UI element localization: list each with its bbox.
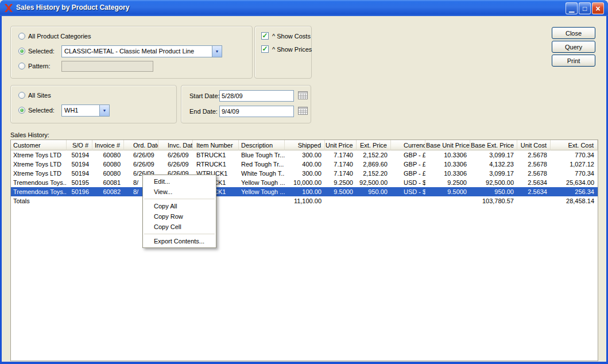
table-cell[interactable]: 10,000.00 <box>285 178 325 187</box>
table-row[interactable]: Xtreme Toys LTD50194600806/26/096/26/09W… <box>11 169 598 178</box>
table-cell[interactable]: Blue Tough Tr... <box>239 150 285 160</box>
pattern-input[interactable] <box>61 61 153 72</box>
column-header[interactable]: S/O # <box>67 140 92 150</box>
radio-all-sites[interactable] <box>18 92 25 99</box>
table-cell[interactable]: 60080 <box>92 150 124 160</box>
table-cell[interactable]: 256.34 <box>551 187 598 196</box>
menu-item[interactable]: View... <box>143 187 216 197</box>
menu-item[interactable]: Edit... <box>143 176 216 187</box>
table-cell[interactable] <box>325 196 357 206</box>
table-cell[interactable]: 11,100.00 <box>285 196 325 206</box>
column-header[interactable]: Ext. Cost <box>551 140 598 150</box>
column-header[interactable]: Customer <box>11 140 67 150</box>
column-header[interactable]: Description <box>239 140 285 150</box>
column-header[interactable]: Base Ext. Price <box>470 140 517 150</box>
column-header[interactable]: Ext. Price <box>357 140 391 150</box>
column-header[interactable]: Currency <box>391 140 425 150</box>
table-cell[interactable]: GBP - £ <box>391 160 425 169</box>
table-row[interactable]: Tremendous Toys...50195600818/YTRUCK1Yel… <box>11 178 598 187</box>
show-costs-checkbox[interactable]: ✓ <box>261 32 269 40</box>
table-cell[interactable]: Tremendous Toys... <box>11 178 67 187</box>
table-cell[interactable]: 950.00 <box>357 187 391 196</box>
column-header[interactable]: Invoice # <box>92 140 124 150</box>
table-cell[interactable]: Xtreme Toys LTD <box>11 150 67 160</box>
end-date-input[interactable] <box>219 106 294 117</box>
table-cell[interactable]: 2,869.60 <box>357 160 391 169</box>
table-cell[interactable]: 300.00 <box>285 150 325 160</box>
chevron-down-icon[interactable]: ▼ <box>99 105 109 116</box>
table-cell[interactable]: 3,099.17 <box>470 169 517 178</box>
radio-all-product-categories[interactable] <box>18 33 25 40</box>
table-cell[interactable]: RTRUCK1 <box>193 160 239 169</box>
table-cell[interactable]: 25,634.00 <box>551 178 598 187</box>
print-button[interactable]: Print <box>552 55 595 67</box>
table-cell[interactable]: White Tough T... <box>239 169 285 178</box>
column-header[interactable]: Base Unit Price <box>425 140 470 150</box>
table-cell[interactable]: 770.34 <box>551 150 598 160</box>
table-row[interactable]: Xtreme Toys LTD50194600806/26/096/26/09R… <box>11 160 598 169</box>
table-cell[interactable]: 9.5000 <box>325 187 357 196</box>
table-cell[interactable]: 50194 <box>67 150 92 160</box>
table-cell[interactable]: 950.00 <box>470 187 517 196</box>
table-cell[interactable]: 10.3306 <box>425 160 470 169</box>
table-cell[interactable]: Red Tough Tr... <box>239 160 285 169</box>
table-cell[interactable]: 10.3306 <box>425 169 470 178</box>
column-header[interactable]: Item Number <box>193 140 239 150</box>
menu-item[interactable]: Copy All <box>143 201 216 211</box>
table-cell[interactable]: 103,780.57 <box>470 196 517 206</box>
table-cell[interactable]: 6/26/09 <box>124 160 158 169</box>
table-cell[interactable]: USD - $ <box>391 178 425 187</box>
site-select[interactable]: WH1 ▼ <box>61 104 110 117</box>
table-cell[interactable]: 60081 <box>92 178 124 187</box>
table-cell[interactable]: 300.00 <box>285 169 325 178</box>
table-cell[interactable]: 2.5678 <box>517 150 551 160</box>
table-cell[interactable]: 3,099.17 <box>470 150 517 160</box>
show-prices-checkbox[interactable]: ✓ <box>261 45 269 53</box>
table-cell[interactable]: 2.5678 <box>517 160 551 169</box>
table-cell[interactable]: 6/26/09 <box>158 160 193 169</box>
table-cell[interactable]: 9.2500 <box>325 178 357 187</box>
table-cell[interactable] <box>92 196 124 206</box>
column-header[interactable]: Unit Price <box>325 140 357 150</box>
table-cell[interactable]: GBP - £ <box>391 169 425 178</box>
table-cell[interactable]: 400.00 <box>285 160 325 169</box>
chevron-down-icon[interactable]: ▼ <box>212 46 222 57</box>
menu-item[interactable]: Copy Cell <box>143 222 216 232</box>
table-cell[interactable]: Tremendous Toys... <box>11 187 67 196</box>
radio-selected-category[interactable] <box>18 48 25 55</box>
minimize-button[interactable]: ▁ <box>566 2 578 14</box>
context-menu[interactable]: Edit...View...Copy AllCopy RowCopy CellE… <box>142 175 216 248</box>
radio-pattern[interactable] <box>18 63 25 69</box>
totals-row[interactable]: Totals11,100.00103,780.5728,458.14 <box>11 196 598 206</box>
column-header[interactable]: Ord. Date <box>124 140 158 150</box>
table-cell[interactable]: GBP - £ <box>391 150 425 160</box>
table-cell[interactable]: 60080 <box>92 160 124 169</box>
start-date-input[interactable] <box>219 90 294 102</box>
table-row[interactable]: Tremendous Toys...50196600828/YTRUCK1Yel… <box>11 187 598 196</box>
table-cell[interactable]: 50196 <box>67 187 92 196</box>
table-cell[interactable]: 92,500.00 <box>470 178 517 187</box>
table-cell[interactable] <box>357 196 391 206</box>
table-cell[interactable]: 2,152.20 <box>357 150 391 160</box>
table-cell[interactable]: Yellow Tough ... <box>239 187 285 196</box>
maximize-button[interactable]: □ <box>579 2 591 14</box>
table-cell[interactable]: 60080 <box>92 169 124 178</box>
table-cell[interactable]: 6/26/09 <box>124 150 158 160</box>
column-header[interactable]: Unit Cost <box>517 140 551 150</box>
table-cell[interactable]: USD - $ <box>391 187 425 196</box>
sales-history-table[interactable]: CustomerS/O #Invoice #Ord. DateInvc. Dat… <box>10 140 598 361</box>
table-cell[interactable]: 92,500.00 <box>357 178 391 187</box>
column-header[interactable]: Shipped <box>285 140 325 150</box>
table-cell[interactable]: 1,027.12 <box>551 160 598 169</box>
table-cell[interactable] <box>517 196 551 206</box>
title-bar[interactable]: Sales History by Product Category ▁ □ × <box>0 0 608 16</box>
table-cell[interactable]: Totals <box>11 196 67 206</box>
product-category-select[interactable]: CLASSIC-METAL - Classic Metal Product Li… <box>61 45 222 57</box>
table-cell[interactable]: 9.5000 <box>425 187 470 196</box>
close-window-button[interactable]: × <box>592 2 604 14</box>
table-cell[interactable] <box>425 196 470 206</box>
table-cell[interactable]: 2,152.20 <box>357 169 391 178</box>
table-cell[interactable] <box>67 196 92 206</box>
table-cell[interactable]: 100.00 <box>285 187 325 196</box>
table-cell[interactable]: Yellow Tough ... <box>239 178 285 187</box>
